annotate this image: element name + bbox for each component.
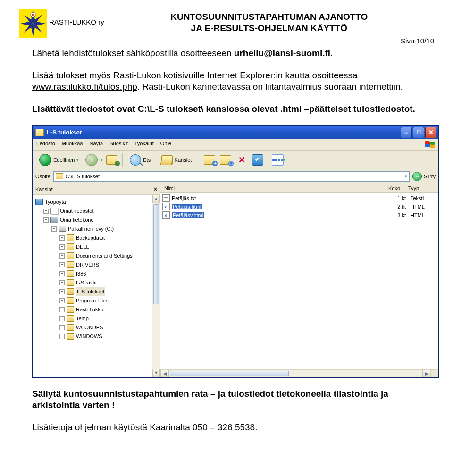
org-logo: R (19, 9, 47, 38)
menu-help[interactable]: Ohje (160, 141, 171, 149)
dropdown-icon[interactable]: ▾ (101, 158, 103, 162)
scrollbar-vertical[interactable]: ▲ ▼ (152, 195, 160, 377)
text-file-icon (162, 194, 170, 202)
go-button[interactable]: → Siirry (412, 172, 436, 181)
folder-icon (35, 129, 44, 136)
forward-button[interactable]: → (84, 153, 99, 167)
move-to-button[interactable]: ➜ (202, 153, 217, 167)
undo-button[interactable]: ↶ (251, 153, 265, 167)
expand-icon[interactable]: + (59, 334, 65, 339)
minimize-button[interactable]: – (401, 127, 412, 138)
tree-item[interactable]: Rasti-Lukko (76, 305, 103, 314)
file-type: HTML (411, 212, 436, 218)
folder-icon (67, 297, 74, 304)
folder-tree[interactable]: Työpöytä +Omat tiedostot −Oma tietokone … (33, 195, 160, 377)
expand-icon[interactable]: + (59, 325, 65, 330)
tree-item[interactable]: Backupdatat (76, 234, 105, 242)
file-row[interactable]: ePetäjäs.html2 ktHTML (162, 202, 436, 211)
menu-file[interactable]: Tiedosto (35, 141, 55, 149)
collapse-icon[interactable]: − (43, 217, 49, 223)
file-size: 1 kt (378, 195, 409, 201)
scroll-up-icon[interactable]: ▲ (152, 195, 160, 203)
tree-item[interactable]: Temp (76, 314, 89, 323)
folder-icon (67, 306, 74, 313)
window-titlebar[interactable]: L-S tulokset – ☐ ✕ (33, 126, 438, 139)
windows-flag-icon (424, 141, 436, 149)
document-body-lower: Säilytä kuntosuunnistustapahtumien rata … (32, 388, 425, 434)
tree-item[interactable]: DELL (76, 242, 89, 251)
file-row[interactable]: ePetäjäsv.html3 ktHTML (162, 211, 436, 219)
scrollbar-horizontal[interactable]: ◀ ▶ (160, 369, 431, 377)
tree-item[interactable]: I386 (76, 269, 86, 278)
tree-item[interactable]: WINDOWS (76, 332, 102, 341)
col-type[interactable]: Tyyp (404, 184, 438, 192)
expand-icon[interactable]: + (59, 271, 65, 276)
menu-view[interactable]: Näytä (89, 141, 103, 149)
maximize-button[interactable]: ☐ (413, 127, 424, 138)
window-title: L-S tulokset (47, 129, 82, 136)
drive-icon (59, 226, 66, 232)
delete-button[interactable]: ✕ (235, 153, 249, 167)
col-size[interactable]: Koko (368, 184, 404, 192)
file-row[interactable]: Petäjäs.txt1 ktTeksti (162, 194, 436, 202)
expand-icon[interactable]: + (59, 280, 65, 285)
scroll-thumb[interactable] (170, 371, 289, 376)
col-name[interactable]: Nimi (160, 184, 368, 192)
scroll-right-icon[interactable]: ▶ (422, 370, 431, 377)
document-body: Lähetä lehdistötulokset sähköpostilla os… (32, 48, 425, 115)
svg-text:R: R (32, 14, 34, 17)
expand-icon[interactable]: + (59, 262, 65, 267)
scroll-down-icon[interactable]: ▼ (152, 369, 160, 377)
scroll-thumb[interactable] (153, 204, 159, 304)
undo-icon: ↶ (252, 154, 263, 166)
file-list[interactable]: Petäjäs.txt1 ktTekstiePetäjäs.html2 ktHT… (160, 193, 438, 220)
computer-icon (50, 217, 58, 223)
folder-icon (56, 173, 63, 179)
expand-icon[interactable]: + (43, 209, 49, 214)
file-name: Petäjäsv.html (172, 212, 204, 218)
tree-item[interactable]: L-S tulokset (76, 287, 105, 296)
menu-favorites[interactable]: Suosikit (109, 141, 128, 149)
collapse-icon[interactable]: − (51, 226, 57, 232)
views-icon (272, 154, 284, 166)
menu-edit[interactable]: Muokkaa (62, 141, 83, 149)
address-input[interactable]: C:\L-S tulokset ▾ (53, 171, 410, 182)
dropdown-icon[interactable]: ▾ (405, 174, 407, 179)
explorer-window: L-S tulokset – ☐ ✕ Tiedosto Muokkaa Näyt… (32, 125, 439, 378)
tree-item[interactable]: DRIVERS (76, 260, 99, 269)
expand-icon[interactable]: + (59, 289, 65, 294)
menu-tools[interactable]: Työkalut (134, 141, 154, 149)
scroll-left-icon[interactable]: ◀ (160, 370, 169, 377)
copy-to-button[interactable]: ❏ (218, 153, 233, 167)
tree-item[interactable]: L-S rastit (76, 278, 97, 287)
expand-icon[interactable]: + (59, 316, 65, 321)
documents-icon (50, 208, 58, 214)
expand-icon[interactable]: + (59, 253, 65, 259)
expand-icon[interactable]: + (59, 235, 65, 241)
back-button[interactable]: ← Edellinen ▾ (35, 153, 83, 167)
close-pane-button[interactable]: × (154, 186, 157, 192)
folder-icon (67, 252, 74, 259)
search-button[interactable]: Etsi (126, 153, 155, 167)
folder-icon (67, 279, 74, 286)
expand-icon[interactable]: + (59, 244, 65, 250)
expand-icon[interactable]: + (59, 307, 65, 312)
column-headers[interactable]: Nimi Koko Tyyp (160, 184, 438, 193)
folders-button[interactable]: Kansiot (158, 153, 196, 167)
expand-icon[interactable]: + (59, 298, 65, 303)
views-button[interactable]: ▾ (272, 153, 286, 167)
folder-icon: ❏ (220, 155, 231, 165)
dropdown-icon: ▾ (76, 158, 79, 162)
tree-item[interactable]: WCONDES (76, 323, 103, 332)
org-name: RASTI-LUKKO ry (49, 18, 104, 26)
tree-item[interactable]: Documents and Settings (76, 251, 133, 260)
toolbar: ← Edellinen ▾ → ▾ ↑ Etsi Kansiot ➜ ❏ (33, 151, 438, 169)
folder-icon: ➜ (204, 155, 215, 165)
up-button[interactable]: ↑ (105, 153, 119, 167)
go-arrow-icon: → (412, 172, 422, 181)
folder-icon (67, 333, 74, 340)
forward-arrow-icon: → (85, 154, 98, 166)
close-button[interactable]: ✕ (425, 127, 436, 138)
tree-item[interactable]: Program Files (76, 296, 108, 305)
page-number: Sivu 10/10 (19, 37, 434, 45)
